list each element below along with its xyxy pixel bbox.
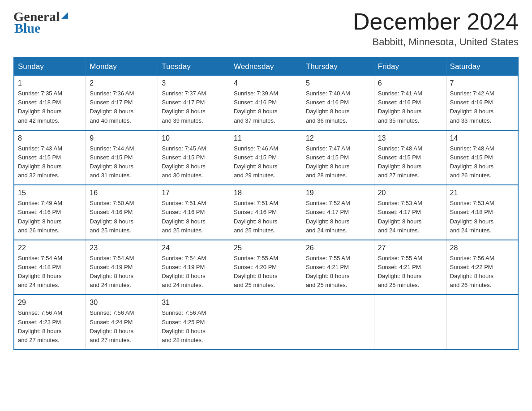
calendar-cell: 15Sunrise: 7:49 AMSunset: 4:16 PMDayligh… (14, 185, 86, 240)
day-info: Sunrise: 7:49 AMSunset: 4:16 PMDaylight:… (18, 199, 82, 235)
day-number: 23 (90, 244, 154, 252)
day-info: Sunrise: 7:47 AMSunset: 4:15 PMDaylight:… (306, 144, 370, 180)
calendar-cell: 9Sunrise: 7:44 AMSunset: 4:15 PMDaylight… (86, 130, 158, 185)
calendar-cell: 13Sunrise: 7:48 AMSunset: 4:15 PMDayligh… (374, 130, 446, 185)
calendar-cell: 5Sunrise: 7:40 AMSunset: 4:16 PMDaylight… (302, 76, 374, 130)
day-number: 12 (306, 134, 370, 142)
day-info: Sunrise: 7:44 AMSunset: 4:15 PMDaylight:… (90, 144, 154, 180)
calendar-cell: 1Sunrise: 7:35 AMSunset: 4:18 PMDaylight… (14, 76, 86, 130)
day-info: Sunrise: 7:56 AMSunset: 4:23 PMDaylight:… (18, 308, 82, 345)
day-info: Sunrise: 7:35 AMSunset: 4:18 PMDaylight:… (18, 89, 82, 125)
weekday-header-sunday: Sunday (14, 57, 86, 76)
day-number: 7 (450, 79, 514, 87)
day-number: 21 (450, 189, 514, 197)
day-info: Sunrise: 7:53 AMSunset: 4:17 PMDaylight:… (378, 199, 442, 235)
calendar-cell (230, 295, 302, 350)
day-info: Sunrise: 7:52 AMSunset: 4:17 PMDaylight:… (306, 199, 370, 235)
day-number: 15 (18, 189, 82, 197)
title-area: December 2024 Babbitt, Minnesota, United… (353, 9, 519, 48)
calendar-table: SundayMondayTuesdayWednesdayThursdayFrid… (13, 57, 519, 350)
weekday-header-saturday: Saturday (446, 57, 518, 76)
calendar-cell: 28Sunrise: 7:56 AMSunset: 4:22 PMDayligh… (446, 240, 518, 295)
day-number: 6 (378, 79, 442, 87)
day-number: 5 (306, 79, 370, 87)
calendar-cell: 25Sunrise: 7:55 AMSunset: 4:20 PMDayligh… (230, 240, 302, 295)
day-info: Sunrise: 7:50 AMSunset: 4:16 PMDaylight:… (90, 199, 154, 235)
weekday-header-wednesday: Wednesday (230, 57, 302, 76)
day-info: Sunrise: 7:54 AMSunset: 4:18 PMDaylight:… (18, 254, 82, 290)
calendar-cell: 18Sunrise: 7:51 AMSunset: 4:16 PMDayligh… (230, 185, 302, 240)
day-number: 29 (18, 299, 82, 307)
day-info: Sunrise: 7:46 AMSunset: 4:15 PMDaylight:… (234, 144, 298, 180)
day-number: 28 (450, 244, 514, 252)
day-number: 17 (162, 189, 226, 197)
day-number: 25 (234, 244, 298, 252)
day-number: 27 (378, 244, 442, 252)
day-info: Sunrise: 7:53 AMSunset: 4:18 PMDaylight:… (450, 199, 514, 235)
weekday-header-tuesday: Tuesday (158, 57, 230, 76)
calendar-cell: 10Sunrise: 7:45 AMSunset: 4:15 PMDayligh… (158, 130, 230, 185)
calendar-cell: 6Sunrise: 7:41 AMSunset: 4:16 PMDaylight… (374, 76, 446, 130)
calendar-cell: 20Sunrise: 7:53 AMSunset: 4:17 PMDayligh… (374, 185, 446, 240)
day-info: Sunrise: 7:42 AMSunset: 4:16 PMDaylight:… (450, 89, 514, 125)
calendar-week-2: 8Sunrise: 7:43 AMSunset: 4:15 PMDaylight… (14, 130, 518, 185)
day-number: 30 (90, 299, 154, 307)
day-info: Sunrise: 7:41 AMSunset: 4:16 PMDaylight:… (378, 89, 442, 125)
calendar-cell: 8Sunrise: 7:43 AMSunset: 4:15 PMDaylight… (14, 130, 86, 185)
calendar-cell: 19Sunrise: 7:52 AMSunset: 4:17 PMDayligh… (302, 185, 374, 240)
day-number: 11 (234, 134, 298, 142)
logo: General Blue (13, 9, 68, 36)
calendar-week-1: 1Sunrise: 7:35 AMSunset: 4:18 PMDaylight… (14, 76, 518, 130)
day-info: Sunrise: 7:54 AMSunset: 4:19 PMDaylight:… (90, 254, 154, 290)
calendar-cell: 22Sunrise: 7:54 AMSunset: 4:18 PMDayligh… (14, 240, 86, 295)
calendar-week-3: 15Sunrise: 7:49 AMSunset: 4:16 PMDayligh… (14, 185, 518, 240)
calendar-week-5: 29Sunrise: 7:56 AMSunset: 4:23 PMDayligh… (14, 295, 518, 350)
day-info: Sunrise: 7:39 AMSunset: 4:16 PMDaylight:… (234, 89, 298, 125)
calendar-cell: 4Sunrise: 7:39 AMSunset: 4:16 PMDaylight… (230, 76, 302, 130)
day-number: 24 (162, 244, 226, 252)
day-info: Sunrise: 7:56 AMSunset: 4:24 PMDaylight:… (90, 308, 154, 345)
day-info: Sunrise: 7:48 AMSunset: 4:15 PMDaylight:… (378, 144, 442, 180)
day-info: Sunrise: 7:51 AMSunset: 4:16 PMDaylight:… (162, 199, 226, 235)
calendar-cell (446, 295, 518, 350)
day-info: Sunrise: 7:43 AMSunset: 4:15 PMDaylight:… (18, 144, 82, 180)
page-header: General Blue December 2024 Babbitt, Minn… (13, 9, 519, 48)
day-number: 26 (306, 244, 370, 252)
day-info: Sunrise: 7:51 AMSunset: 4:16 PMDaylight:… (234, 199, 298, 235)
day-info: Sunrise: 7:48 AMSunset: 4:15 PMDaylight:… (450, 144, 514, 180)
day-number: 20 (378, 189, 442, 197)
day-number: 13 (378, 134, 442, 142)
calendar-body: 1Sunrise: 7:35 AMSunset: 4:18 PMDaylight… (14, 76, 518, 350)
calendar-cell: 3Sunrise: 7:37 AMSunset: 4:17 PMDaylight… (158, 76, 230, 130)
day-number: 31 (162, 299, 226, 307)
day-info: Sunrise: 7:54 AMSunset: 4:19 PMDaylight:… (162, 254, 226, 290)
day-number: 18 (234, 189, 298, 197)
day-number: 16 (90, 189, 154, 197)
weekday-header-row: SundayMondayTuesdayWednesdayThursdayFrid… (14, 57, 518, 76)
day-info: Sunrise: 7:55 AMSunset: 4:21 PMDaylight:… (378, 254, 442, 290)
day-number: 19 (306, 189, 370, 197)
day-info: Sunrise: 7:56 AMSunset: 4:25 PMDaylight:… (162, 308, 226, 345)
day-info: Sunrise: 7:56 AMSunset: 4:22 PMDaylight:… (450, 254, 514, 290)
calendar-cell: 21Sunrise: 7:53 AMSunset: 4:18 PMDayligh… (446, 185, 518, 240)
day-info: Sunrise: 7:55 AMSunset: 4:21 PMDaylight:… (306, 254, 370, 290)
day-number: 9 (90, 134, 154, 142)
day-number: 3 (162, 79, 226, 87)
location-label: Babbitt, Minnesota, United States (353, 36, 519, 48)
day-info: Sunrise: 7:36 AMSunset: 4:17 PMDaylight:… (90, 89, 154, 125)
calendar-cell: 27Sunrise: 7:55 AMSunset: 4:21 PMDayligh… (374, 240, 446, 295)
calendar-cell: 31Sunrise: 7:56 AMSunset: 4:25 PMDayligh… (158, 295, 230, 350)
calendar-cell: 16Sunrise: 7:50 AMSunset: 4:16 PMDayligh… (86, 185, 158, 240)
calendar-cell: 2Sunrise: 7:36 AMSunset: 4:17 PMDaylight… (86, 76, 158, 130)
day-info: Sunrise: 7:40 AMSunset: 4:16 PMDaylight:… (306, 89, 370, 125)
calendar-cell (374, 295, 446, 350)
calendar-week-4: 22Sunrise: 7:54 AMSunset: 4:18 PMDayligh… (14, 240, 518, 295)
day-number: 14 (450, 134, 514, 142)
calendar-cell: 26Sunrise: 7:55 AMSunset: 4:21 PMDayligh… (302, 240, 374, 295)
calendar-cell: 24Sunrise: 7:54 AMSunset: 4:19 PMDayligh… (158, 240, 230, 295)
day-number: 1 (18, 79, 82, 87)
calendar-cell: 14Sunrise: 7:48 AMSunset: 4:15 PMDayligh… (446, 130, 518, 185)
day-info: Sunrise: 7:45 AMSunset: 4:15 PMDaylight:… (162, 144, 226, 180)
calendar-cell (302, 295, 374, 350)
weekday-header-thursday: Thursday (302, 57, 374, 76)
